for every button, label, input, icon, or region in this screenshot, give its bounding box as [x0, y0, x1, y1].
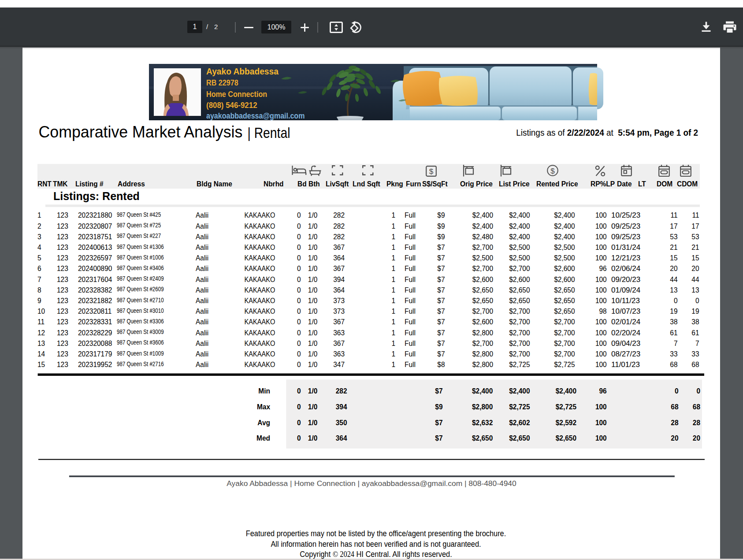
- svg-text:$2,650: $2,650: [509, 434, 530, 442]
- svg-text:17: 17: [691, 222, 699, 230]
- svg-text:Comparative Market Analysis: Comparative Market Analysis: [39, 123, 243, 141]
- svg-text:202321880: 202321880: [78, 211, 112, 219]
- svg-text:987 Queen St #2609: 987 Queen St #2609: [117, 286, 164, 293]
- svg-text:1/0: 1/0: [308, 349, 318, 358]
- svg-text:1: 1: [391, 264, 395, 273]
- svg-text:$2,700: $2,700: [509, 307, 530, 315]
- svg-text:LivSqft: LivSqft: [326, 179, 349, 188]
- svg-text:09/04/23: 09/04/23: [611, 339, 640, 348]
- svg-text:Aalii: Aalii: [196, 296, 208, 304]
- svg-text:Featured properties may not be: Featured properties may not be listed by…: [246, 529, 506, 538]
- svg-text:$7: $7: [435, 418, 442, 426]
- svg-text:$2,700: $2,700: [554, 318, 575, 326]
- svg-text:987 Queen St #1009: 987 Queen St #1009: [117, 349, 164, 357]
- svg-text:100: 100: [595, 402, 607, 411]
- svg-text:33: 33: [691, 349, 699, 358]
- svg-text:1/0: 1/0: [308, 339, 318, 347]
- svg-text:$2,650: $2,650: [509, 286, 530, 294]
- svg-text:Lnd Sqft: Lnd Sqft: [353, 179, 380, 188]
- svg-text:987 Queen St #725: 987 Queen St #725: [117, 222, 161, 229]
- svg-text:202400613: 202400613: [78, 243, 112, 251]
- svg-text:123: 123: [57, 243, 68, 251]
- svg-text:987 Queen St #3009: 987 Queen St #3009: [117, 328, 164, 336]
- svg-text:0: 0: [297, 328, 301, 337]
- svg-text:123: 123: [57, 211, 68, 219]
- svg-text:$2,800: $2,800: [472, 402, 493, 411]
- svg-text:$2,400: $2,400: [509, 386, 530, 395]
- svg-text:987 Queen St #3306: 987 Queen St #3306: [117, 317, 164, 325]
- svg-text:09/25/23: 09/25/23: [611, 233, 640, 241]
- svg-text:7: 7: [695, 339, 699, 347]
- svg-text:20: 20: [691, 264, 699, 273]
- svg-text:$2,700: $2,700: [472, 243, 493, 251]
- svg-text:1/0: 1/0: [308, 253, 318, 262]
- svg-text:123: 123: [57, 264, 68, 273]
- svg-text:100: 100: [595, 349, 607, 358]
- svg-text:All information herein has not: All information herein has not been veri…: [271, 539, 481, 549]
- svg-text:Full: Full: [405, 349, 416, 358]
- svg-text:0: 0: [297, 360, 301, 368]
- svg-text:123: 123: [57, 328, 68, 337]
- svg-text:100: 100: [595, 211, 607, 219]
- svg-text:$2,700: $2,700: [472, 339, 493, 347]
- svg-text:0: 0: [297, 307, 301, 315]
- svg-text:CDOM: CDOM: [677, 179, 698, 188]
- svg-text:$2,602: $2,602: [509, 418, 530, 426]
- svg-text:$8: $8: [437, 360, 445, 368]
- svg-text:14: 14: [37, 349, 45, 358]
- svg-text:1: 1: [391, 222, 395, 230]
- svg-text:0: 0: [297, 349, 301, 358]
- svg-text:Rented Price: Rented Price: [536, 179, 578, 188]
- svg-text:$2,650: $2,650: [472, 296, 493, 304]
- svg-text:$2,600: $2,600: [472, 275, 493, 283]
- svg-text:0: 0: [297, 253, 301, 262]
- svg-text:$2,400: $2,400: [472, 222, 493, 230]
- svg-text:123: 123: [57, 318, 68, 326]
- svg-text:202328382: 202328382: [78, 286, 112, 294]
- svg-text:0: 0: [297, 296, 301, 304]
- svg-text:$2,800: $2,800: [472, 360, 493, 368]
- svg-text:350: 350: [336, 418, 347, 426]
- svg-text:Ayako Abbadessa: Ayako Abbadessa: [206, 67, 279, 76]
- svg-text:19: 19: [691, 307, 699, 315]
- svg-text:13: 13: [37, 339, 45, 347]
- svg-text:Aalii: Aalii: [196, 275, 208, 283]
- svg-text:123: 123: [57, 253, 68, 262]
- svg-text:367: 367: [333, 264, 345, 273]
- svg-text:1/0: 1/0: [308, 386, 318, 395]
- svg-text:$2,700: $2,700: [509, 318, 530, 326]
- svg-text:202320807: 202320807: [78, 222, 112, 230]
- svg-text:Ayako Abbadessa | Home Connect: Ayako Abbadessa | Home Connection | ayak…: [227, 479, 516, 488]
- svg-text:0: 0: [297, 211, 301, 219]
- svg-text:$2,650: $2,650: [554, 307, 575, 315]
- svg-text:Full: Full: [405, 275, 416, 283]
- svg-text:100: 100: [595, 253, 607, 262]
- svg-text:Aalii: Aalii: [196, 264, 208, 273]
- svg-text:394: 394: [336, 402, 347, 411]
- svg-text:1/0: 1/0: [308, 418, 318, 426]
- svg-text:61: 61: [670, 328, 677, 337]
- svg-text:19: 19: [670, 307, 677, 315]
- svg-text:Aalii: Aalii: [196, 211, 208, 219]
- svg-text:6: 6: [37, 264, 41, 273]
- svg-text:61: 61: [691, 328, 699, 337]
- svg-text:373: 373: [333, 307, 345, 315]
- svg-text:$2,650: $2,650: [509, 296, 530, 304]
- svg-text:$2,400: $2,400: [509, 232, 530, 241]
- svg-text:1: 1: [391, 275, 395, 283]
- svg-text:123: 123: [57, 360, 68, 368]
- svg-text:363: 363: [333, 328, 345, 337]
- svg-text:3: 3: [37, 232, 41, 241]
- svg-text:Listings: Rented: Listings: Rented: [53, 190, 140, 202]
- svg-text:123: 123: [57, 349, 68, 358]
- svg-text:01/09/24: 01/09/24: [611, 286, 640, 294]
- svg-text:$2,700: $2,700: [472, 307, 493, 315]
- svg-text:Full: Full: [405, 243, 416, 251]
- svg-text:1/0: 1/0: [308, 243, 318, 251]
- svg-text:Aalii: Aalii: [196, 318, 208, 326]
- svg-text:364: 364: [333, 253, 345, 262]
- svg-text:Full: Full: [405, 264, 416, 273]
- svg-text:12/21/23: 12/21/23: [611, 254, 640, 262]
- svg-text:0: 0: [297, 286, 301, 294]
- svg-text:$2,700: $2,700: [554, 349, 575, 358]
